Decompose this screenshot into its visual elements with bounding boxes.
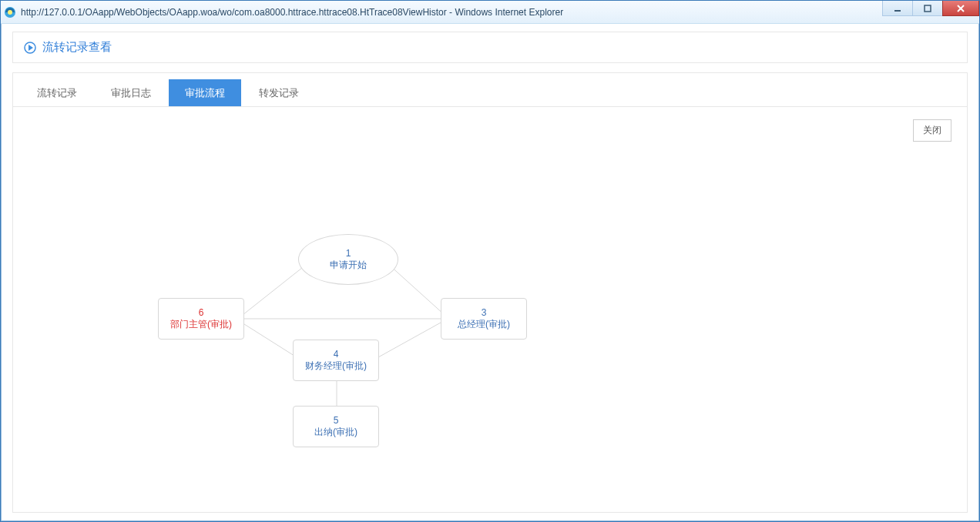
tab-approval-flow[interactable]: 审批流程 [169,79,241,106]
svg-marker-7 [29,45,33,51]
svg-line-8 [243,265,306,315]
svg-line-9 [389,265,445,315]
node-number: 3 [482,307,487,318]
panel-header: 流转记录查看 [12,32,968,63]
panel-title: 流转记录查看 [42,40,112,55]
flow-node-6[interactable]: 6 部门主管(审批) [158,298,244,340]
flow-canvas: 1 申请开始 6 部门主管(审批) 3 总经理(审批) 4 财务经理(审批) 5 [13,107,967,515]
window-title: http://127.0.0.1/OAapp/WebObjects/OAapp.… [21,7,563,18]
node-label: 部门主管(审批) [170,318,232,331]
flow-node-3[interactable]: 3 总经理(审批) [441,298,527,340]
title-bar: http://127.0.0.1/OAapp/WebObjects/OAapp.… [1,1,979,24]
tab-flow-records[interactable]: 流转记录 [21,79,93,106]
svg-rect-3 [925,5,931,12]
node-number: 4 [334,349,339,360]
minimize-button[interactable] [882,1,913,16]
node-number: 5 [334,415,339,426]
tabs-panel: 流转记录 审批日志 审批流程 转发记录 关闭 [12,72,968,513]
node-label: 财务经理(审批) [305,360,367,373]
tabs-bar: 流转记录 审批日志 审批流程 转发记录 [13,73,967,107]
flow-node-5[interactable]: 5 出纳(审批) [293,406,379,447]
svg-line-11 [244,324,297,357]
tab-approval-log[interactable]: 审批日志 [95,79,167,106]
ie-icon [4,6,16,18]
node-label: 总经理(审批) [458,318,510,331]
node-label: 出纳(审批) [314,426,357,439]
arrow-right-icon [24,42,36,54]
tab-forward-records[interactable]: 转发记录 [243,79,315,106]
svg-line-12 [378,323,441,357]
svg-point-1 [8,10,12,15]
maximize-button[interactable] [912,1,943,16]
node-number: 6 [199,307,204,318]
node-number: 1 [346,248,351,259]
node-label: 申请开始 [330,259,367,272]
browser-window: http://127.0.0.1/OAapp/WebObjects/OAapp.… [0,0,980,522]
page-content: 流转记录查看 流转记录 审批日志 审批流程 转发记录 关闭 [1,24,979,521]
close-window-button[interactable] [942,1,979,16]
flow-node-4[interactable]: 4 财务经理(审批) [293,340,379,381]
window-controls [883,1,979,16]
flow-node-start[interactable]: 1 申请开始 [298,234,398,285]
